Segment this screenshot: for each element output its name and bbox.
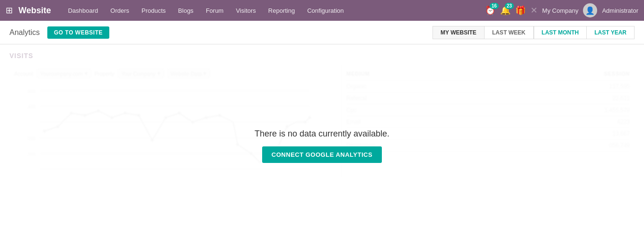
nav-item-visitors[interactable]: Visitors xyxy=(230,4,261,17)
filter-my-website[interactable]: MY WEBSITE xyxy=(432,26,484,39)
present-icon: 🎁 xyxy=(515,5,526,16)
nav-item-forum[interactable]: Forum xyxy=(200,4,229,17)
gift-icon[interactable]: 🎁 xyxy=(515,5,526,16)
grid-icon[interactable]: ⊞ xyxy=(6,5,13,16)
nav-item-products[interactable]: Products xyxy=(136,4,171,17)
messages-badge: 23 xyxy=(505,3,514,9)
messages-icon[interactable]: 🔔 23 xyxy=(500,5,511,16)
connect-google-analytics-button[interactable]: CONNECT GOOGLE ANALYTICS xyxy=(262,146,382,163)
nav-item-blogs[interactable]: Blogs xyxy=(172,4,199,17)
admin-name[interactable]: Administrator xyxy=(602,7,638,14)
top-navigation: ⊞ Website Dashboard Orders Products Blog… xyxy=(0,0,644,21)
analytics-header: Analytics GO TO WEBSITE MY WEBSITE LAST … xyxy=(0,21,644,44)
filter-last-week[interactable]: LAST WEEK xyxy=(484,26,534,39)
go-to-website-button[interactable]: GO TO WEBSITE xyxy=(47,26,109,39)
analytics-left: Analytics GO TO WEBSITE xyxy=(9,26,109,39)
analytics-title: Analytics xyxy=(9,28,40,37)
nav-item-dashboard[interactable]: Dashboard xyxy=(62,4,104,17)
no-data-overlay: There is no data currently available. CO… xyxy=(0,44,644,247)
avatar[interactable]: 👤 xyxy=(583,3,597,17)
nav-item-reporting[interactable]: Reporting xyxy=(263,4,300,17)
content-area: VISITS Account Yourcompany.com ▾ Propert… xyxy=(0,44,644,247)
no-data-message: There is no data currently available. xyxy=(255,129,389,139)
nav-right: ⏰ 16 🔔 23 🎁 ✕ My Company 👤 Administrator xyxy=(485,3,638,17)
analytics-filters: MY WEBSITE LAST WEEK LAST MONTH LAST YEA… xyxy=(432,26,635,39)
nav-items: Dashboard Orders Products Blogs Forum Vi… xyxy=(62,4,483,17)
nav-item-configuration[interactable]: Configuration xyxy=(301,4,349,17)
visits-section: VISITS Account Yourcompany.com ▾ Propert… xyxy=(0,44,644,177)
nav-item-orders[interactable]: Orders xyxy=(105,4,135,17)
activities-badge: 16 xyxy=(490,3,499,9)
app-title: Website xyxy=(18,6,51,16)
filter-last-year[interactable]: LAST YEAR xyxy=(587,26,635,39)
activities-icon[interactable]: ⏰ 16 xyxy=(485,5,495,16)
company-name[interactable]: My Company xyxy=(542,7,579,14)
nav-divider: ✕ xyxy=(530,5,538,16)
filter-last-month[interactable]: LAST MONTH xyxy=(534,26,587,39)
